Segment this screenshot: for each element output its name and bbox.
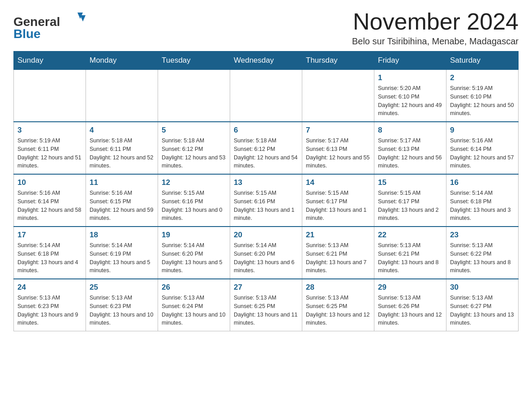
day-info: Sunrise: 5:14 AMSunset: 6:20 PMDaylight:… — [162, 241, 226, 275]
day-info: Sunrise: 5:13 AMSunset: 6:25 PMDaylight:… — [306, 294, 370, 327]
calendar-cell: 17Sunrise: 5:14 AMSunset: 6:18 PMDayligh… — [14, 227, 86, 279]
calendar-cell: 27Sunrise: 5:13 AMSunset: 6:25 PMDayligh… — [230, 279, 302, 331]
day-info: Sunrise: 5:13 AMSunset: 6:25 PMDaylight:… — [234, 294, 298, 327]
calendar-cell: 2Sunrise: 5:19 AMSunset: 6:10 PMDaylight… — [446, 70, 519, 122]
day-info: Sunrise: 5:14 AMSunset: 6:19 PMDaylight:… — [90, 241, 154, 275]
day-number: 13 — [234, 178, 298, 187]
calendar-cell: 3Sunrise: 5:19 AMSunset: 6:11 PMDaylight… — [14, 122, 86, 174]
day-info: Sunrise: 5:13 AMSunset: 6:21 PMDaylight:… — [378, 241, 442, 275]
calendar-week-row: 10Sunrise: 5:16 AMSunset: 6:14 PMDayligh… — [14, 174, 519, 227]
header: General Blue November 2024 Belo sur Tsir… — [13, 9, 519, 47]
calendar-cell: 14Sunrise: 5:15 AMSunset: 6:17 PMDayligh… — [302, 174, 374, 227]
day-info: Sunrise: 5:13 AMSunset: 6:26 PMDaylight:… — [378, 294, 442, 327]
day-number: 12 — [162, 178, 226, 187]
calendar-cell: 4Sunrise: 5:18 AMSunset: 6:11 PMDaylight… — [86, 122, 158, 174]
calendar-cell — [230, 70, 302, 122]
day-number: 28 — [306, 283, 370, 292]
logo-svg: General Blue — [13, 9, 90, 40]
day-info: Sunrise: 5:13 AMSunset: 6:27 PMDaylight:… — [450, 294, 515, 327]
day-info: Sunrise: 5:19 AMSunset: 6:11 PMDaylight:… — [17, 137, 82, 170]
calendar-cell: 30Sunrise: 5:13 AMSunset: 6:27 PMDayligh… — [446, 279, 519, 331]
calendar-cell: 26Sunrise: 5:13 AMSunset: 6:24 PMDayligh… — [158, 279, 230, 331]
day-number: 15 — [378, 178, 442, 187]
day-info: Sunrise: 5:13 AMSunset: 6:21 PMDaylight:… — [306, 241, 370, 275]
calendar-day-header: Tuesday — [158, 51, 230, 70]
calendar-cell: 5Sunrise: 5:18 AMSunset: 6:12 PMDaylight… — [158, 122, 230, 174]
day-info: Sunrise: 5:17 AMSunset: 6:13 PMDaylight:… — [306, 137, 370, 170]
calendar-day-header: Saturday — [446, 51, 519, 70]
calendar-day-header: Monday — [86, 51, 158, 70]
calendar-cell: 8Sunrise: 5:17 AMSunset: 6:13 PMDaylight… — [374, 122, 446, 174]
day-number: 7 — [306, 126, 370, 135]
day-info: Sunrise: 5:16 AMSunset: 6:15 PMDaylight:… — [90, 189, 154, 223]
day-number: 11 — [90, 178, 154, 187]
day-number: 18 — [90, 231, 154, 240]
title-block: November 2024 Belo sur Tsiribihina, Mena… — [352, 9, 519, 47]
day-number: 8 — [378, 126, 442, 135]
svg-marker-2 — [80, 15, 86, 21]
calendar-cell: 18Sunrise: 5:14 AMSunset: 6:19 PMDayligh… — [86, 227, 158, 279]
day-number: 20 — [234, 231, 298, 240]
calendar-cell: 22Sunrise: 5:13 AMSunset: 6:21 PMDayligh… — [374, 227, 446, 279]
day-info: Sunrise: 5:13 AMSunset: 6:22 PMDaylight:… — [450, 241, 515, 275]
day-number: 22 — [378, 231, 442, 240]
calendar-week-row: 3Sunrise: 5:19 AMSunset: 6:11 PMDaylight… — [14, 122, 519, 174]
calendar-table: SundayMondayTuesdayWednesdayThursdayFrid… — [13, 51, 519, 331]
calendar-cell: 25Sunrise: 5:13 AMSunset: 6:23 PMDayligh… — [86, 279, 158, 331]
day-number: 27 — [234, 283, 298, 292]
calendar-cell: 28Sunrise: 5:13 AMSunset: 6:25 PMDayligh… — [302, 279, 374, 331]
day-number: 21 — [306, 231, 370, 240]
day-info: Sunrise: 5:14 AMSunset: 6:18 PMDaylight:… — [17, 241, 82, 275]
calendar-cell: 24Sunrise: 5:13 AMSunset: 6:23 PMDayligh… — [14, 279, 86, 331]
day-info: Sunrise: 5:16 AMSunset: 6:14 PMDaylight:… — [17, 189, 82, 223]
day-number: 5 — [162, 126, 226, 135]
calendar-header-row: SundayMondayTuesdayWednesdayThursdayFrid… — [14, 51, 519, 70]
day-number: 29 — [378, 283, 442, 292]
subtitle: Belo sur Tsiribihina, Menabe, Madagascar — [352, 36, 519, 47]
calendar-cell: 10Sunrise: 5:16 AMSunset: 6:14 PMDayligh… — [14, 174, 86, 227]
calendar-week-row: 24Sunrise: 5:13 AMSunset: 6:23 PMDayligh… — [14, 279, 519, 331]
day-info: Sunrise: 5:15 AMSunset: 6:16 PMDaylight:… — [162, 189, 226, 223]
calendar-cell — [302, 70, 374, 122]
day-number: 14 — [306, 178, 370, 187]
day-info: Sunrise: 5:15 AMSunset: 6:17 PMDaylight:… — [378, 189, 442, 223]
day-info: Sunrise: 5:13 AMSunset: 6:24 PMDaylight:… — [162, 294, 226, 327]
day-info: Sunrise: 5:17 AMSunset: 6:13 PMDaylight:… — [378, 137, 442, 170]
calendar-cell: 12Sunrise: 5:15 AMSunset: 6:16 PMDayligh… — [158, 174, 230, 227]
calendar-cell: 11Sunrise: 5:16 AMSunset: 6:15 PMDayligh… — [86, 174, 158, 227]
day-number: 30 — [450, 283, 515, 292]
day-number: 17 — [17, 231, 82, 240]
day-number: 16 — [450, 178, 515, 187]
calendar-cell: 20Sunrise: 5:14 AMSunset: 6:20 PMDayligh… — [230, 227, 302, 279]
calendar-cell: 21Sunrise: 5:13 AMSunset: 6:21 PMDayligh… — [302, 227, 374, 279]
day-number: 25 — [90, 283, 154, 292]
day-info: Sunrise: 5:13 AMSunset: 6:23 PMDaylight:… — [90, 294, 154, 327]
svg-text:Blue: Blue — [13, 27, 41, 40]
day-info: Sunrise: 5:20 AMSunset: 6:10 PMDaylight:… — [378, 84, 442, 118]
calendar-cell — [14, 70, 86, 122]
day-number: 4 — [90, 126, 154, 135]
calendar-cell: 6Sunrise: 5:18 AMSunset: 6:12 PMDaylight… — [230, 122, 302, 174]
calendar-cell: 9Sunrise: 5:16 AMSunset: 6:14 PMDaylight… — [446, 122, 519, 174]
day-info: Sunrise: 5:14 AMSunset: 6:18 PMDaylight:… — [450, 189, 515, 223]
day-info: Sunrise: 5:18 AMSunset: 6:11 PMDaylight:… — [90, 137, 154, 170]
day-number: 3 — [17, 126, 82, 135]
day-number: 26 — [162, 283, 226, 292]
page-title: November 2024 — [352, 9, 519, 34]
day-info: Sunrise: 5:13 AMSunset: 6:23 PMDaylight:… — [17, 294, 82, 327]
calendar-cell: 13Sunrise: 5:15 AMSunset: 6:16 PMDayligh… — [230, 174, 302, 227]
calendar-cell: 7Sunrise: 5:17 AMSunset: 6:13 PMDaylight… — [302, 122, 374, 174]
calendar-cell: 19Sunrise: 5:14 AMSunset: 6:20 PMDayligh… — [158, 227, 230, 279]
day-info: Sunrise: 5:18 AMSunset: 6:12 PMDaylight:… — [162, 137, 226, 170]
day-info: Sunrise: 5:15 AMSunset: 6:17 PMDaylight:… — [306, 189, 370, 223]
calendar-cell — [86, 70, 158, 122]
calendar-cell — [158, 70, 230, 122]
calendar-day-header: Friday — [374, 51, 446, 70]
calendar-week-row: 1Sunrise: 5:20 AMSunset: 6:10 PMDaylight… — [14, 70, 519, 122]
calendar-day-header: Thursday — [302, 51, 374, 70]
calendar-day-header: Wednesday — [230, 51, 302, 70]
day-number: 24 — [17, 283, 82, 292]
day-number: 6 — [234, 126, 298, 135]
day-number: 19 — [162, 231, 226, 240]
calendar-day-header: Sunday — [14, 51, 86, 70]
